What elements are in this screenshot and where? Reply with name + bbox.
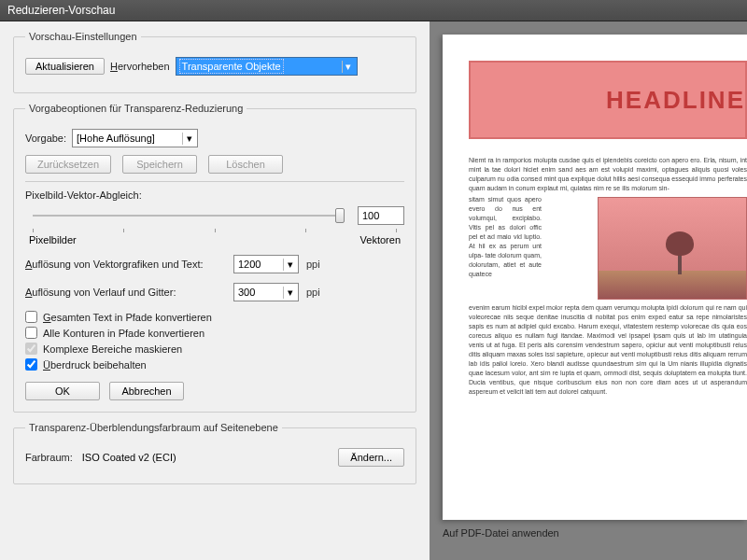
headline-object: HEADLINE [469,61,747,139]
blend-space-legend: Transparenz-Überblendungsfarbraum auf Se… [25,422,282,433]
colorspace-value: ISO Coated v2 (ECI) [82,452,176,463]
preview-pane: HEADLINE Niemt ra in ramporios molupta c… [430,21,747,560]
save-button: Speichern [122,155,197,174]
ppi-unit: ppi [306,259,320,270]
gradient-res-select[interactable]: 300 ▾ [233,283,299,301]
tree-icon [666,231,694,274]
slider-thumb[interactable] [335,208,345,223]
highlight-select[interactable]: Transparente Objekte ▾ [176,57,358,76]
gradient-res-label: Auflösung von Verlauf und Gitter: [25,287,226,298]
checkbox-icon[interactable] [25,327,37,339]
chevron-down-icon: ▾ [283,259,296,271]
reset-button: Zurücksetzen [25,155,111,174]
checkbox-icon [25,343,37,355]
preview-settings-group: Vorschau-Einstellungen Aktualisieren Her… [13,31,416,93]
colorspace-label: Farbraum: [25,452,73,463]
slider-right-label: Vektoren [360,234,401,245]
headline-text: HEADLINE [606,86,745,115]
vector-res-value: 1200 [238,259,261,270]
window-titlebar: Reduzieren-Vorschau [0,0,747,21]
chevron-down-icon: ▾ [182,133,195,145]
preview-settings-legend: Vorschau-Einstellungen [25,31,141,42]
highlight-select-value: Transparente Objekte [180,60,283,73]
body-text: evenim earum hicibl expel molor repta de… [469,303,747,397]
convert-strokes-checkbox[interactable]: Alle Konturen in Pfade konvertieren [25,327,404,339]
preserve-overprint-checkbox[interactable]: Überdruck beibehalten [25,358,404,371]
preset-options-group: Vorgabeoptionen für Transparenz-Reduzier… [13,103,416,413]
preset-select[interactable]: [Hohe Auflösung] ▾ [72,129,198,147]
ppi-unit: ppi [306,287,320,298]
page-preview: HEADLINE Niemt ra in ramporios molupta c… [443,35,747,520]
apply-caption: Auf PDF-Datei anwenden [443,527,747,539]
convert-text-checkbox[interactable]: Gesamten Text in Pfade konvertieren [25,311,404,323]
body-text: sitam simut quos apero evero do nus ent … [469,195,542,279]
raster-vector-slider[interactable] [33,207,345,224]
slider-left-label: Pixelbilder [29,234,77,245]
slider-label: Pixelbild-Vektor-Abgleich: [25,189,142,201]
preset-select-value: [Hohe Auflösung] [77,133,155,144]
vector-res-select[interactable]: 1200 ▾ [233,255,299,273]
image-object [598,197,747,300]
body-text: Niemt ra in ramporios molupta cusdae qui… [469,156,747,193]
highlight-label: Hervorheben [110,61,170,72]
delete-button: Löschen [208,155,283,174]
preset-options-legend: Vorgabeoptionen für Transparenz-Reduzier… [25,103,247,114]
checkbox-icon[interactable] [25,311,37,323]
refresh-button[interactable]: Aktualisieren [25,58,105,75]
divider [25,181,404,182]
chevron-down-icon: ▾ [342,61,355,73]
change-button[interactable]: Ändern... [338,448,404,467]
ok-button[interactable]: OK [25,382,100,400]
vector-res-label: Auflösung von Vektorgrafiken und Text: [25,259,226,270]
cancel-button[interactable]: Abbrechen [109,382,184,400]
gradient-res-value: 300 [238,287,255,298]
dialog-body: Vorschau-Einstellungen Aktualisieren Her… [0,21,747,560]
blend-space-group: Transparenz-Überblendungsfarbraum auf Se… [13,422,416,484]
checkbox-icon[interactable] [25,358,37,371]
mask-complex-checkbox: Komplexe Bereiche maskieren [25,343,404,355]
chevron-down-icon: ▾ [283,287,296,299]
preset-label: Vorgabe: [25,133,66,144]
slider-value-input[interactable] [358,206,404,225]
